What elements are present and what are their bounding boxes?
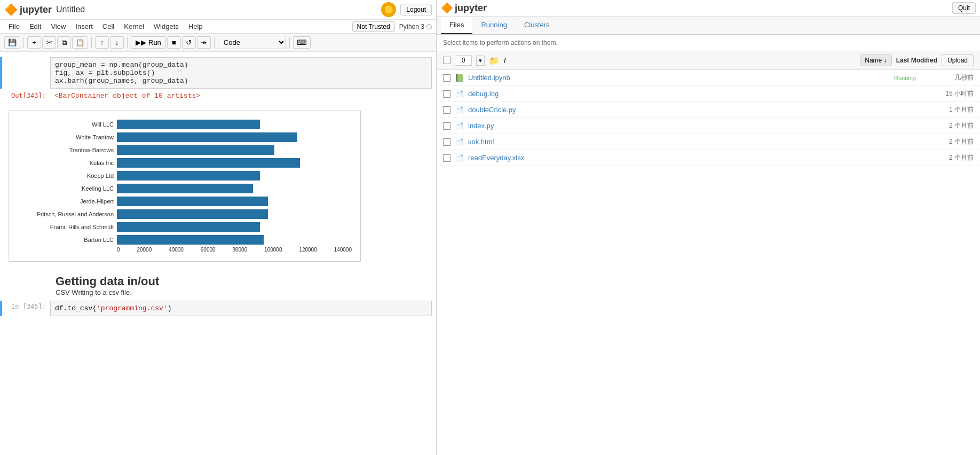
file-row[interactable]: 📄doubleCricle.py1 个月前	[437, 102, 980, 118]
file-name[interactable]: Untitled.ipynb	[468, 74, 890, 82]
file-type-icon: 📗	[455, 74, 464, 82]
file-checkbox[interactable]	[443, 90, 451, 98]
file-name[interactable]: doubleCricle.py	[468, 106, 916, 114]
keyboard-shortcuts-button[interactable]: ⌨	[293, 36, 311, 49]
right-top-right: Quit	[952, 2, 976, 14]
bar-row: Koepp Ltd	[18, 171, 352, 181]
notebook-content: group_mean = np.mean(group_data) fig, ax…	[0, 52, 436, 455]
menu-widgets[interactable]: Widgets	[149, 21, 183, 32]
file-row[interactable]: 📄debug.log15 小时前	[437, 86, 980, 102]
bar-fill	[117, 197, 268, 206]
bar-row: White-Trantow	[18, 132, 352, 142]
upload-button[interactable]: Upload	[942, 54, 974, 66]
restart-button[interactable]: ↺	[182, 36, 196, 49]
cut-button[interactable]: ✂	[42, 36, 56, 49]
bar-label: Trantow-Barrows	[18, 147, 114, 153]
menu-view[interactable]: View	[46, 21, 70, 32]
file-checkbox[interactable]	[443, 106, 451, 114]
cell-code-content[interactable]: group_mean = np.mean(group_data) fig, ax…	[50, 57, 432, 89]
file-row[interactable]: 📄readEveryday.xlsx2 个月前	[437, 150, 980, 166]
menu-file[interactable]: File	[4, 21, 24, 32]
input-cell-content-345[interactable]: df.to_csv('programming.csv')	[50, 301, 432, 316]
bar-row: Frami, Hills and Schmidt	[18, 222, 352, 232]
count-arrow-button[interactable]: ▾	[476, 56, 485, 66]
menu-bar-right: Not Trusted Python 3	[352, 21, 432, 32]
menu-cell[interactable]: Cell	[98, 21, 118, 32]
x-label-60000: 60000	[201, 247, 216, 253]
chart-x-axis: 0 20000 40000 60000 80000 100000 120000 …	[117, 247, 352, 253]
section-heading: Getting data in/out CSV Writing to a csv…	[0, 270, 436, 299]
code-func-name: df.to_csv(	[55, 304, 97, 312]
top-bar-right: 🟡 Logout	[381, 2, 432, 17]
file-name[interactable]: kok.html	[468, 138, 916, 146]
app-name: jupyter	[20, 4, 52, 15]
bar-label: Jerde-Hilpert	[18, 198, 114, 205]
move-down-button[interactable]: ↓	[110, 36, 124, 49]
file-name[interactable]: readEveryday.xlsx	[468, 154, 916, 162]
menu-edit[interactable]: Edit	[25, 21, 45, 32]
tab-files[interactable]: Files	[441, 17, 472, 34]
notebook-panel: 🔶 jupyter Untitled 🟡 Logout File Edit Vi…	[0, 0, 437, 455]
file-modified: 15 小时前	[920, 89, 974, 98]
file-type-icon: 📄	[455, 90, 464, 98]
file-browser-panel: 🔶 jupyter Quit Files Running Clusters Se…	[437, 0, 980, 455]
file-modified: 2 个月前	[920, 137, 974, 146]
file-row[interactable]: 📗Untitled.ipynbRunning 几秒前	[437, 70, 980, 86]
select-all-checkbox[interactable]	[443, 57, 451, 64]
save-button[interactable]: 💾	[4, 36, 20, 49]
quit-button[interactable]: Quit	[952, 2, 976, 14]
copy-button[interactable]: ⧉	[57, 36, 71, 49]
file-toolbar: ▾ 📁 / Name ↓ Last Modified Upload	[437, 51, 980, 70]
bar-label: White-Trantow	[18, 134, 114, 140]
stop-button[interactable]: ■	[167, 36, 181, 49]
file-checkbox[interactable]	[443, 122, 451, 130]
run-button[interactable]: ▶▶ Run	[131, 36, 166, 49]
kernel-name: Python 3	[399, 23, 424, 30]
bar-fill	[117, 120, 260, 129]
file-name[interactable]: debug.log	[468, 90, 916, 98]
file-checkbox[interactable]	[443, 74, 451, 82]
menu-help[interactable]: Help	[184, 21, 207, 32]
file-checkbox[interactable]	[443, 138, 451, 146]
separator-2	[91, 37, 92, 48]
move-up-button[interactable]: ↑	[95, 36, 109, 49]
add-cell-button[interactable]: +	[27, 36, 41, 49]
file-checkbox[interactable]	[443, 154, 451, 162]
tab-clusters[interactable]: Clusters	[516, 17, 558, 34]
file-row[interactable]: 📄index.py2 个月前	[437, 118, 980, 134]
bar-track	[117, 120, 352, 129]
bar-label: Koepp Ltd	[18, 172, 114, 179]
menu-insert[interactable]: Insert	[71, 21, 97, 32]
cell-type-select[interactable]: Code Markdown Raw NBConvert	[218, 36, 286, 49]
not-trusted-button[interactable]: Not Trusted	[352, 21, 395, 32]
section-title: Getting data in/out	[56, 274, 388, 288]
name-sort-button[interactable]: Name ↓	[860, 54, 891, 66]
toolbar: 💾 + ✂ ⧉ 📋 ↑ ↓ ▶▶ Run ■ ↺ ↠ Code Markdown…	[0, 34, 436, 52]
bar-fill	[117, 235, 264, 245]
file-modified: 几秒前	[920, 73, 974, 82]
chart-container: Will LLCWhite-TrantowTrantow-BarrowsKula…	[9, 111, 361, 262]
paste-button[interactable]: 📋	[72, 36, 88, 49]
right-app-name: jupyter	[455, 3, 487, 14]
folder-icon: 📁	[489, 56, 500, 66]
kernel-status-circle	[426, 24, 432, 29]
output-content: <BarContainer object of 10 artists>	[50, 90, 432, 102]
menu-kernel[interactable]: Kernel	[120, 21, 148, 32]
code-close-paren: )	[168, 304, 172, 312]
jupyter-logo: 🔶 jupyter	[4, 3, 52, 16]
file-row[interactable]: 📄kok.html2 个月前	[437, 134, 980, 150]
file-name[interactable]: index.py	[468, 122, 916, 130]
tab-running[interactable]: Running	[472, 17, 515, 34]
bar-label: Kulas Inc	[18, 160, 114, 166]
run-label: Run	[148, 38, 161, 46]
jupyter-icon: 🔶	[4, 3, 18, 16]
bar-fill	[117, 158, 300, 168]
restart-run-button[interactable]: ↠	[197, 36, 211, 49]
bar-row: Kulas Inc	[18, 158, 352, 168]
bar-row: Trantow-Barrows	[18, 145, 352, 155]
logout-button[interactable]: Logout	[400, 4, 432, 15]
file-toolbar-right: Name ↓ Last Modified Upload	[860, 54, 974, 66]
bar-fill	[117, 209, 268, 219]
file-modified: 1 个月前	[920, 105, 974, 114]
file-count-input[interactable]	[455, 55, 472, 66]
